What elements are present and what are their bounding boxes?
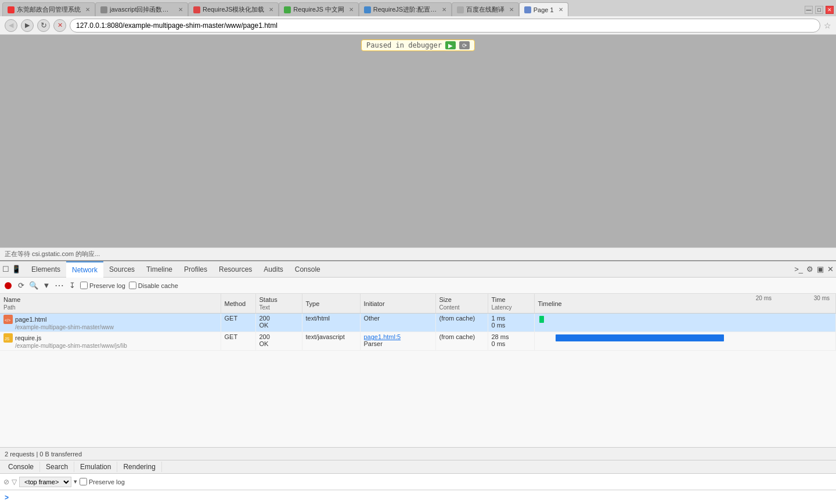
row2-initiator-link[interactable]: page1.html:5: [364, 333, 401, 340]
devtools-close-icon[interactable]: ✕: [827, 265, 834, 273]
tab-close-5[interactable]: ✕: [442, 6, 446, 13]
bookmark-star-icon[interactable]: ☆: [824, 21, 831, 30]
no-error-icon: ⊘: [3, 478, 9, 486]
row2-size: (from cache): [435, 332, 488, 351]
tab-favicon-2: [100, 6, 107, 13]
page-viewport: Paused in debugger ▶ ⟳: [0, 35, 836, 247]
filter-input-icon: ▽: [12, 478, 17, 486]
capture-icon[interactable]: ↧: [67, 281, 77, 290]
bottom-tab-emulation[interactable]: Emulation: [74, 462, 117, 472]
maximize-button[interactable]: □: [815, 6, 823, 14]
row2-type: text/javascript: [302, 332, 360, 351]
reload-button[interactable]: ↻: [37, 19, 50, 32]
bottom-tab-rendering[interactable]: Rendering: [117, 462, 161, 472]
record-icon[interactable]: [3, 281, 13, 290]
browser-tab-6[interactable]: 百度在线翻译 ✕: [452, 2, 519, 16]
browser-tab-3[interactable]: RequireJS模块化加载 ✕: [188, 2, 279, 16]
console-input[interactable]: [12, 494, 831, 502]
preserve-log-checkbox[interactable]: [80, 282, 88, 289]
close-window-button[interactable]: ✕: [826, 6, 834, 14]
stop-button[interactable]: ✕: [53, 19, 66, 32]
tab-close-4[interactable]: ✕: [349, 6, 354, 13]
tab-label-7: Page 1: [534, 6, 554, 13]
disable-cache-checkbox[interactable]: [129, 282, 136, 289]
console-prompt-symbol: >: [5, 494, 9, 502]
js-file-icon: JS: [3, 333, 13, 343]
devtools-panel: ☐ 📱 Elements Network Sources Timeline Pr…: [0, 260, 836, 504]
browser-tab-2[interactable]: javascript回掉函数调试... ✕: [95, 2, 188, 16]
frame-selector[interactable]: <top frame>: [19, 477, 71, 487]
svg-text:</>: </>: [5, 318, 10, 322]
console-preserve-log-label: Preserve log: [89, 478, 125, 485]
row2-filename: require.js: [15, 334, 41, 341]
tab-favicon-6: [457, 6, 464, 13]
tab-close-2[interactable]: ✕: [178, 6, 183, 13]
col-header-name: Name Path: [0, 294, 221, 314]
devtools-tab-resources[interactable]: Resources: [213, 261, 258, 278]
tab-close-1[interactable]: ✕: [85, 6, 90, 13]
filter-icon[interactable]: 🔍: [29, 281, 38, 290]
network-filter-icon[interactable]: ▼: [42, 281, 51, 290]
devtools-layout-icon[interactable]: ▣: [817, 265, 824, 273]
col-header-method: Method: [221, 294, 255, 314]
devtools-tab-profiles-label: Profiles: [184, 265, 207, 273]
devtools-console-icon[interactable]: >_: [794, 265, 803, 273]
tab-close-7[interactable]: ✕: [558, 6, 563, 13]
devtools-tab-elements[interactable]: Elements: [26, 261, 66, 278]
table-row[interactable]: </> page1.html /example-multipage-shim-m…: [0, 314, 836, 332]
row1-initiator: Other: [360, 314, 435, 332]
devtools-tab-network[interactable]: Network: [66, 261, 103, 278]
frame-dropdown-icon[interactable]: ▾: [74, 478, 77, 485]
devtools-tab-sources[interactable]: Sources: [103, 261, 140, 278]
mobile-icon[interactable]: 📱: [12, 265, 21, 273]
tab-favicon-7: [524, 6, 531, 13]
tab-close-3[interactable]: ✕: [269, 6, 273, 13]
row2-name: JS require.js /example-multipage-shim-ma…: [0, 332, 221, 351]
preserve-log-label: Preserve log: [89, 282, 125, 289]
console-preserve-log-container[interactable]: Preserve log: [80, 478, 125, 485]
resume-button[interactable]: ▶: [445, 41, 456, 49]
devtools-tab-console[interactable]: Console: [289, 261, 326, 278]
back-button[interactable]: ◀: [5, 19, 17, 32]
tab-label-6: 百度在线翻译: [466, 5, 505, 14]
devtools-settings-icon[interactable]: ⚙: [806, 265, 813, 273]
browser-tab-4[interactable]: RequireJS 中文网 ✕: [279, 2, 358, 16]
row1-timeline: [534, 314, 836, 332]
inspect-element-icon[interactable]: ☐: [2, 265, 9, 273]
address-bar: ◀ ▶ ↻ ✕ ☆: [0, 16, 836, 35]
tab-close-6[interactable]: ✕: [509, 6, 514, 13]
bottom-tab-bar: Console Search Emulation Rendering: [0, 460, 836, 474]
browser-tabs-bar: // Tabs rendered inline below 东莞邮政合同管理系统…: [0, 0, 836, 16]
step-over-button[interactable]: ⟳: [459, 41, 470, 49]
forward-button[interactable]: ▶: [21, 19, 34, 32]
tab-label-2: javascript回掉函数调试...: [110, 5, 174, 14]
browser-tab-1[interactable]: 东莞邮政合同管理系统 ✕: [2, 2, 95, 16]
row2-initiator: page1.html:5 Parser: [360, 332, 435, 351]
col-header-type: Type: [302, 294, 360, 314]
preserve-log-checkbox-container[interactable]: Preserve log: [80, 282, 125, 289]
browser-tab-7[interactable]: Page 1 ✕: [519, 2, 568, 16]
col-header-initiator: Initiator: [360, 294, 435, 314]
bottom-tab-console[interactable]: Console: [2, 462, 40, 472]
devtools-tab-audits[interactable]: Audits: [258, 261, 289, 278]
table-row[interactable]: JS require.js /example-multipage-shim-ma…: [0, 332, 836, 351]
status-text: 正在等待 csi.gstatic.com 的响应...: [5, 250, 100, 258]
console-preserve-log-checkbox[interactable]: [80, 478, 87, 485]
network-toolbar: ⟳ 🔍 ▼ ⋯ ↧ Preserve log Disable cache: [0, 278, 836, 294]
row2-status: 200 OK: [255, 332, 302, 351]
row2-timeline-bar: [556, 334, 724, 341]
address-input[interactable]: [70, 19, 820, 33]
more-filters-icon[interactable]: ⋯: [55, 281, 64, 290]
bottom-tab-search[interactable]: Search: [40, 462, 74, 472]
disable-cache-checkbox-container[interactable]: Disable cache: [129, 282, 178, 289]
col-header-timeline: Timeline 20 ms 30 ms: [534, 294, 836, 314]
clear-icon[interactable]: ⟳: [16, 281, 26, 290]
browser-tab-5[interactable]: RequireJS进阶:配置文... ✕: [359, 2, 452, 16]
debugger-text: Paused in debugger: [366, 41, 442, 49]
devtools-tab-timeline[interactable]: Timeline: [140, 261, 178, 278]
minimize-button[interactable]: —: [805, 6, 813, 14]
devtools-tab-profiles[interactable]: Profiles: [178, 261, 213, 278]
tab-label-1: 东莞邮政合同管理系统: [17, 5, 81, 14]
devtools-tab-resources-label: Resources: [219, 265, 252, 273]
row2-path: /example-multipage-shim-master/www/js/li…: [3, 343, 217, 349]
